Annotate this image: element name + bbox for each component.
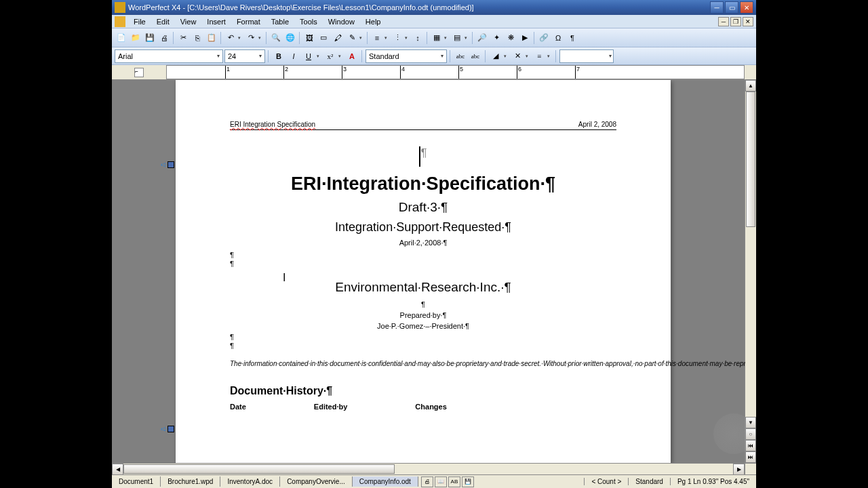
align-button[interactable]: ≡ — [532, 49, 546, 63]
fill-dropdown[interactable]: ▾ — [504, 54, 509, 59]
char-button[interactable]: Ω — [551, 31, 565, 45]
bullets-button[interactable]: ⋮ — [391, 31, 404, 45]
super-dropdown[interactable]: ▾ — [338, 54, 344, 59]
sort-button[interactable]: ↕ — [411, 31, 425, 45]
tool1-button[interactable]: ✦ — [490, 31, 503, 45]
wp-icon[interactable] — [115, 16, 125, 27]
undo-dropdown[interactable]: ▾ — [238, 35, 243, 41]
th-edited: Edited·by — [314, 403, 348, 411]
menu-window[interactable]: Window — [323, 16, 360, 27]
doc-close[interactable]: ✕ — [743, 17, 753, 26]
doc-restore[interactable]: ❐ — [730, 17, 741, 26]
abc1-button[interactable]: abc — [454, 49, 467, 63]
image-button[interactable]: 🖼 — [302, 31, 316, 45]
doc-minimize[interactable]: ─ — [718, 17, 729, 26]
columns-dropdown[interactable]: ▾ — [444, 35, 450, 41]
redo-dropdown[interactable]: ▾ — [258, 35, 264, 41]
bullets-dropdown[interactable]: ▾ — [405, 35, 410, 41]
menu-insert[interactable]: Insert — [201, 16, 231, 27]
menu-format[interactable]: Format — [231, 16, 266, 27]
underline-button[interactable]: U — [302, 49, 315, 63]
titlebar: WordPerfect X4 - [C:\Users\Dave Rivers\D… — [112, 0, 756, 15]
tab-type-button[interactable]: ⌐ — [134, 68, 144, 77]
menu-edit[interactable]: Edit — [151, 16, 175, 27]
web-button[interactable]: 🌐 — [283, 31, 297, 45]
font-selector[interactable]: Arial▾ — [115, 49, 223, 63]
maximize-button[interactable]: ▭ — [725, 1, 738, 14]
numbering-button[interactable]: ≡ — [370, 31, 384, 45]
status-count[interactable]: < Count > — [584, 478, 628, 485]
text-cursor-icon: I — [283, 272, 283, 283]
super-button[interactable]: x² — [323, 49, 337, 63]
cut-button[interactable]: ✂ — [176, 31, 190, 45]
save-button[interactable]: 💾 — [143, 31, 157, 45]
align-dropdown[interactable]: ▾ — [547, 54, 553, 59]
undo-button[interactable]: ↶ — [224, 31, 237, 45]
status-mode[interactable]: Standard — [628, 478, 670, 485]
menu-file[interactable]: File — [128, 16, 151, 27]
print-button[interactable]: 🖨 — [157, 31, 171, 45]
bold-button[interactable]: B — [272, 49, 285, 63]
table-dropdown[interactable]: ▾ — [465, 35, 470, 41]
numbering-dropdown[interactable]: ▾ — [384, 35, 390, 41]
menu-view[interactable]: View — [175, 16, 202, 27]
highlight-button[interactable]: 🖍 — [331, 31, 344, 45]
textbox-button[interactable]: ▭ — [317, 31, 330, 45]
status-save-icon[interactable]: 💾 — [462, 476, 474, 487]
doc-tab-4[interactable]: CompanyOvervie... — [280, 476, 353, 487]
next-page-button[interactable]: ⏭ — [745, 451, 756, 463]
draw-dropdown[interactable]: ▾ — [359, 35, 365, 41]
statusbar: Document1 Brochure1.wpd InventoryA.doc C… — [112, 474, 756, 488]
paste-button[interactable]: 📋 — [205, 31, 218, 45]
status-book-icon[interactable]: 📖 — [435, 476, 447, 487]
doc-tab-5[interactable]: CompanyInfo.odt — [353, 476, 418, 487]
hscroll-thumb[interactable] — [123, 464, 395, 474]
menubar: File Edit View Insert Format Table Tools… — [112, 15, 756, 28]
clear-button[interactable]: ✕ — [511, 49, 524, 63]
columns-button[interactable]: ▦ — [430, 31, 443, 45]
menu-tools[interactable]: Tools — [294, 16, 323, 27]
status-print-icon[interactable]: 🖨 — [421, 476, 433, 487]
doc-tab-2[interactable]: Brochure1.wpd — [161, 476, 220, 487]
scroll-up-button[interactable]: ▲ — [745, 80, 756, 92]
clear-dropdown[interactable]: ▾ — [526, 54, 531, 59]
close-button[interactable]: ✕ — [740, 1, 753, 14]
tool2-button[interactable]: ❋ — [504, 31, 517, 45]
vertical-scrollbar[interactable]: ▲ ▼ ○ ⏮ ⏭ — [745, 80, 756, 463]
status-position: Pg 1 Ln 0.93" Pos 4.45" — [670, 478, 756, 485]
extra-selector[interactable]: ▾ — [559, 49, 614, 63]
horizontal-ruler[interactable]: 1 2 3 4 5 6 7 — [166, 65, 745, 79]
zoom-button[interactable]: 🔎 — [475, 31, 489, 45]
find-button[interactable]: 🔍 — [269, 31, 283, 45]
style-selector[interactable]: Standard▾ — [366, 49, 447, 63]
size-selector[interactable]: 24▾ — [224, 49, 265, 63]
margin-marker-2[interactable]: ➪ — [161, 424, 174, 434]
margin-marker-1[interactable]: ➪ — [161, 160, 174, 169]
scroll-left-button[interactable]: ◀ — [112, 464, 123, 475]
macro-button[interactable]: ▶ — [518, 31, 532, 45]
status-ab-icon[interactable]: AB — [448, 476, 460, 487]
doc-tab-3[interactable]: InventoryA.doc — [220, 476, 280, 487]
reveal-button[interactable]: ¶ — [566, 31, 579, 45]
menu-table[interactable]: Table — [266, 16, 294, 27]
minimize-button[interactable]: ─ — [710, 1, 724, 14]
redo-button[interactable]: ↷ — [244, 31, 258, 45]
underline-dropdown[interactable]: ▾ — [317, 54, 322, 59]
open-button[interactable]: 📁 — [129, 31, 142, 45]
new-button[interactable]: 📄 — [115, 31, 128, 45]
textfx-button[interactable]: A — [345, 49, 359, 63]
doc-author: Joe·P.·Gomez·–·President·¶ — [230, 322, 616, 330]
table-button[interactable]: ▤ — [450, 31, 464, 45]
document-page[interactable]: ERI Integration Specification April 2, 2… — [176, 80, 671, 463]
link-button[interactable]: 🔗 — [537, 31, 551, 45]
draw-button[interactable]: ✎ — [345, 31, 359, 45]
italic-button[interactable]: I — [287, 49, 300, 63]
scroll-right-button[interactable]: ▶ — [733, 464, 745, 475]
abc2-button[interactable]: abc — [469, 49, 482, 63]
fill-button[interactable]: ◢ — [489, 49, 502, 63]
doc-legal: The·information·contained·in·this·docume… — [230, 359, 616, 369]
scroll-thumb[interactable] — [746, 92, 755, 227]
doc-tab-1[interactable]: Document1 — [112, 476, 161, 487]
menu-help[interactable]: Help — [360, 16, 387, 27]
copy-button[interactable]: ⎘ — [191, 31, 204, 45]
